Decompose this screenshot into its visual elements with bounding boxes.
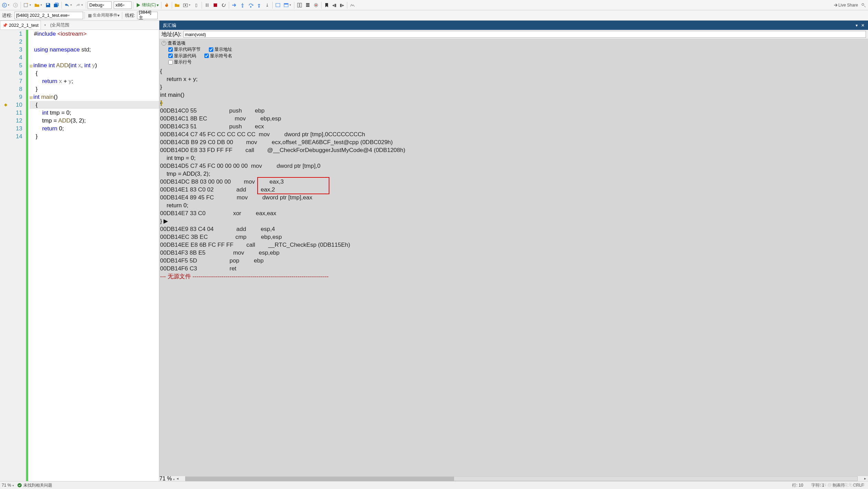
diagnostics-button[interactable] <box>349 1 356 9</box>
dropdown-icon[interactable]: ▾ <box>856 23 858 28</box>
disasm-line[interactable]: } <box>160 83 868 91</box>
breakpoints-icon[interactable] <box>312 1 320 9</box>
disasm-line[interactable]: 00DB14EC 3B EC cmp ebp,esp <box>160 233 868 241</box>
chk-show-addr[interactable]: 显示地址 <box>209 46 232 53</box>
continue-button[interactable]: 继续(C)▾ <box>135 1 160 9</box>
collapse-options-icon[interactable]: ˄ <box>161 41 166 46</box>
disasm-line[interactable]: 00DB14C4 C7 45 FC CC CC CC CC mov dword … <box>160 130 868 138</box>
disasm-line[interactable]: 00DB14E9 83 C4 04 add esp,4 <box>160 225 868 233</box>
open-button[interactable]: ▾ <box>33 1 44 9</box>
editor-zoom[interactable]: 71 % ▾ <box>0 483 17 488</box>
code-line[interactable]: #include <iostream> <box>30 30 159 38</box>
disasm-line[interactable]: 00DB14E4 89 45 FC mov dword ptr [tmp],ea… <box>160 194 868 201</box>
svg-point-10 <box>250 6 251 8</box>
disasm-line[interactable]: {❯ <box>160 99 868 107</box>
scope-dropdown[interactable]: ▾ <box>41 21 48 30</box>
watch-icon[interactable]: ▾ <box>282 1 293 9</box>
scope-label[interactable]: (全局范围 <box>48 21 71 30</box>
disasm-line[interactable]: 00DB14E7 33 C0 xor eax,eax <box>160 209 868 217</box>
disasm-line[interactable]: 00DB14E1 83 C0 02 add eax,2 <box>160 186 868 194</box>
show-next-statement-button[interactable] <box>230 1 238 9</box>
disasm-line[interactable]: 00DB14EE E8 6B FC FF FF call __RTC_Check… <box>160 241 868 249</box>
code-line[interactable]: ⊟int main() <box>30 93 159 101</box>
code-line[interactable]: {◆ <box>30 101 159 109</box>
code-line[interactable]: return 0; <box>30 125 159 132</box>
disasm-line[interactable]: 00DB14F6 C3 ret <box>160 265 868 272</box>
thread-select[interactable]: [3844] 主 <box>137 12 158 19</box>
hot-reload-button[interactable] <box>163 1 170 9</box>
disasm-line[interactable]: 00DB14C3 51 push ecx <box>160 123 868 130</box>
code-line[interactable] <box>30 38 159 46</box>
new-project-button[interactable]: ▾ <box>22 1 33 9</box>
disasm-line[interactable]: 00DB14D5 C7 45 FC 00 00 00 00 mov dword … <box>160 162 868 170</box>
status-line[interactable]: 行: 10 <box>788 482 807 488</box>
bookmark-button[interactable] <box>323 1 330 9</box>
step-into-button[interactable] <box>239 1 246 9</box>
platform-select[interactable]: x86▾ <box>114 1 132 9</box>
disasm-line[interactable]: 00DB14DC B8 03 00 00 00 mov eax,3 <box>160 178 868 186</box>
issues-indicator[interactable]: 未找到相关问题 <box>17 482 52 488</box>
disasm-line[interactable]: int tmp = 0; <box>160 154 868 162</box>
close-icon[interactable]: ✕ <box>861 23 865 28</box>
disasm-zoom[interactable]: 71 % ▾ <box>159 476 175 481</box>
disasm-line[interactable]: 00DB14D0 E8 33 FD FF FF call @__CheckFor… <box>160 146 868 154</box>
svg-rect-19 <box>306 6 309 7</box>
stack-icon[interactable] <box>304 1 312 9</box>
feedback-button[interactable] <box>860 1 867 9</box>
live-share-button[interactable]: Live Share <box>832 1 859 9</box>
restart-button[interactable] <box>220 1 227 9</box>
code-line[interactable]: } <box>30 132 159 140</box>
chk-line-no[interactable]: 显示行号 <box>168 59 192 65</box>
chk-code-bytes[interactable]: 显示代码字节 <box>168 46 201 53</box>
code-line[interactable]: using namespace std; <box>30 46 159 54</box>
nav-fwd-button[interactable] <box>12 1 19 9</box>
code-editor[interactable]: 1234567891011121314 #include <iostream> … <box>0 30 159 481</box>
disassembly-pane: 反汇编 ▾✕ 地址(A): ˄查看选项 显示代码字节 显示地址 显示源代码 显示… <box>159 21 868 481</box>
disasm-line[interactable]: } ▶ <box>160 217 868 225</box>
save-button[interactable] <box>44 1 52 9</box>
disasm-line[interactable]: 00DB14F3 8B E5 mov esp,ebp <box>160 249 868 257</box>
disasm-body[interactable]: { return x + y;}int main(){❯00DB14C0 55 … <box>159 67 868 476</box>
save-all-button[interactable] <box>53 1 60 9</box>
disasm-line[interactable]: 00DB14F5 5D pop ebp <box>160 257 868 265</box>
disasm-line[interactable]: --- 无源文件 -------------------------------… <box>160 272 868 280</box>
svg-point-22 <box>862 3 864 5</box>
step-out-button[interactable] <box>255 1 263 9</box>
open-folder-button[interactable] <box>173 1 181 9</box>
disasm-hscrollbar[interactable]: 71 % ▾ ◂▸ <box>159 476 868 481</box>
process-label: 进程: <box>1 12 14 19</box>
disasm-line[interactable]: 00DB14C1 8B EC mov ebp,esp <box>160 115 868 123</box>
disasm-line[interactable]: { <box>160 67 868 75</box>
code-line[interactable]: { <box>30 69 159 77</box>
disasm-line[interactable]: 00DB14CB B9 29 C0 DB 00 mov ecx,offset _… <box>160 138 868 146</box>
autos-icon[interactable] <box>274 1 282 9</box>
threads-icon[interactable] <box>296 1 303 9</box>
config-select[interactable]: Debug▾ <box>88 1 112 9</box>
code-line[interactable]: ⊟inline int ADD(int x, int y) <box>30 61 159 69</box>
disasm-title: 反汇编 <box>163 22 176 28</box>
code-line[interactable]: int tmp = 0; <box>30 109 159 117</box>
disasm-line[interactable]: int main() <box>160 91 868 99</box>
disasm-line[interactable]: return 0; <box>160 201 868 209</box>
chk-symbol[interactable]: 显示符号名 <box>204 53 232 59</box>
code-line[interactable]: return x + y; <box>30 77 159 85</box>
svg-rect-3 <box>47 3 49 5</box>
svg-rect-18 <box>306 4 309 5</box>
redo-button[interactable]: ▾ <box>74 1 84 9</box>
source-tab[interactable]: 📌 2022_2_1_test <box>0 21 41 30</box>
disasm-line[interactable]: return x + y; <box>160 75 868 83</box>
disasm-line[interactable]: 00DB14C0 55 push ebp <box>160 107 868 115</box>
snapshot-button[interactable]: ▾ <box>182 1 192 9</box>
undo-button[interactable]: ▾ <box>63 1 74 9</box>
chk-show-src[interactable]: 显示源代码 <box>168 53 196 59</box>
step-over-button[interactable] <box>247 1 255 9</box>
stop-button[interactable] <box>212 1 219 9</box>
address-input[interactable] <box>183 31 866 38</box>
code-line[interactable]: tmp = ADD(3, 2); <box>30 117 159 125</box>
disasm-line[interactable]: tmp = ADD(3, 2); <box>160 170 868 178</box>
nav-back-button[interactable]: ▾ <box>1 1 11 9</box>
code-line[interactable]: } <box>30 85 159 93</box>
code-line[interactable] <box>30 54 159 61</box>
pause-button[interactable] <box>203 1 211 9</box>
process-select[interactable]: [5480] 2022_2_1_test.exe▾ <box>14 12 83 19</box>
